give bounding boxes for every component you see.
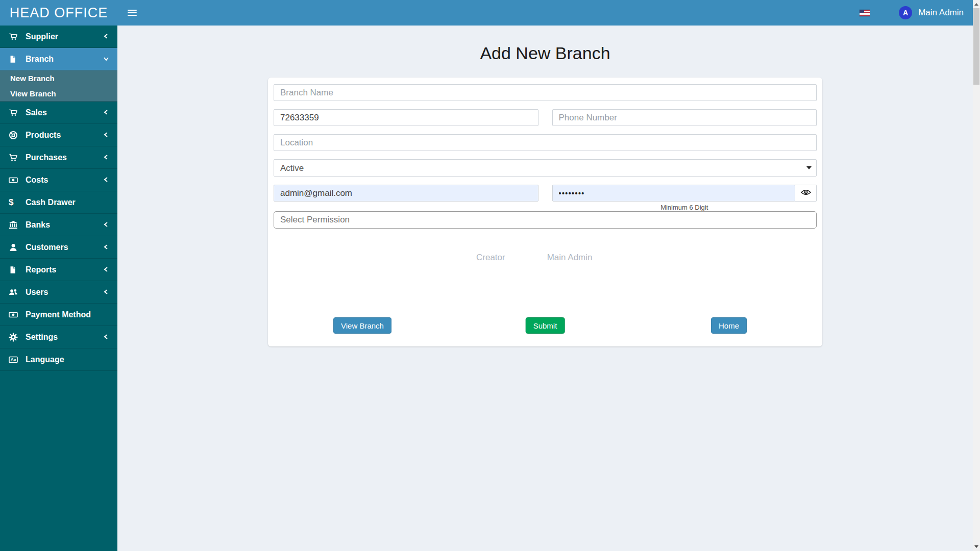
main-content: Add New Branch Active xyxy=(117,26,973,551)
language-icon: Aa xyxy=(9,355,21,364)
branch-code-input[interactable] xyxy=(274,109,538,126)
eye-icon xyxy=(801,189,811,198)
permission-select[interactable]: Select Permission xyxy=(274,211,817,229)
user-icon xyxy=(9,243,21,252)
sidebar-item-purchases[interactable]: Purchases xyxy=(0,146,117,169)
sidebar-item-sales[interactable]: Sales xyxy=(0,102,117,124)
subitem-label: New Branch xyxy=(10,74,55,83)
branch-submenu: New Branch View Branch xyxy=(0,70,117,102)
cart-icon xyxy=(9,108,21,117)
chevron-left-icon xyxy=(103,176,109,185)
toggle-password-button[interactable] xyxy=(795,185,817,202)
chevron-left-icon xyxy=(103,288,109,297)
view-branch-button[interactable]: View Branch xyxy=(333,317,391,334)
money-icon xyxy=(9,310,21,319)
status-select[interactable]: Active xyxy=(274,159,817,177)
chevron-left-icon xyxy=(103,108,109,117)
creator-value: Main Admin xyxy=(547,253,593,263)
sidebar-item-label: Branch xyxy=(26,55,103,64)
chevron-left-icon xyxy=(103,153,109,162)
sidebar-item-label: Sales xyxy=(26,108,103,117)
sidebar-item-label: Costs xyxy=(26,176,103,185)
chevron-left-icon xyxy=(103,333,109,342)
users-icon xyxy=(9,288,21,297)
sidebar-item-label: Payment Method xyxy=(26,310,109,319)
chevron-left-icon xyxy=(103,32,109,41)
chevron-left-icon xyxy=(103,131,109,140)
brand-title: HEAD OFFICE xyxy=(0,0,117,26)
us-flag-icon[interactable] xyxy=(860,10,870,16)
sidebar-item-cash-drawer[interactable]: $ Cash Drawer xyxy=(0,191,117,214)
password-input[interactable] xyxy=(552,185,796,202)
sidebar-item-branch[interactable]: Branch xyxy=(0,48,117,70)
page-title: Add New Branch xyxy=(117,43,973,63)
chevron-left-icon xyxy=(103,243,109,252)
email-input[interactable] xyxy=(274,185,538,202)
creator-row: Creator Main Admin xyxy=(274,253,817,263)
file-icon xyxy=(9,265,21,274)
sidebar-item-banks[interactable]: Banks xyxy=(0,214,117,236)
top-navbar: A Main Admin xyxy=(117,0,973,26)
sidebar-item-label: Customers xyxy=(26,243,103,252)
lifering-icon xyxy=(9,131,21,140)
sidebar-subitem-view-branch[interactable]: View Branch xyxy=(0,86,117,101)
dollar-icon: $ xyxy=(9,197,21,208)
home-button[interactable]: Home xyxy=(711,317,747,334)
sidebar-item-label: Banks xyxy=(26,220,103,230)
phone-number-input[interactable] xyxy=(552,109,817,126)
sidebar-subitem-new-branch[interactable]: New Branch xyxy=(0,70,117,86)
gear-icon xyxy=(9,333,21,342)
sidebar: HEAD OFFICE Supplier Branch New Branch V… xyxy=(0,0,117,551)
sidebar-item-payment-method[interactable]: Payment Method xyxy=(0,304,117,326)
sidebar-item-costs[interactable]: Costs xyxy=(0,169,117,191)
scroll-up-arrow-icon[interactable] xyxy=(974,3,978,6)
sidebar-item-label: Settings xyxy=(26,333,103,342)
scroll-down-arrow-icon[interactable] xyxy=(974,545,978,548)
sidebar-item-label: Users xyxy=(26,288,103,297)
sidebar-item-label: Products xyxy=(26,131,103,140)
chevron-left-icon xyxy=(103,265,109,274)
sidebar-item-products[interactable]: Products xyxy=(0,124,117,146)
money-icon xyxy=(9,176,21,185)
shopping-cart-icon xyxy=(9,153,21,162)
sidebar-item-users[interactable]: Users xyxy=(0,281,117,304)
submit-button[interactable]: Submit xyxy=(526,317,565,334)
add-branch-form-card: Active Minimum 6 Digit Selec xyxy=(268,78,822,346)
sidebar-menu: Supplier Branch New Branch View Branch S… xyxy=(0,26,117,371)
sidebar-item-settings[interactable]: Settings xyxy=(0,326,117,348)
sidebar-item-language[interactable]: Aa Language xyxy=(0,348,117,371)
creator-label: Creator xyxy=(476,253,505,263)
sidebar-item-label: Purchases xyxy=(26,153,103,162)
sidebar-item-label: Supplier xyxy=(26,32,103,41)
menu-icon[interactable] xyxy=(120,0,144,26)
sidebar-item-label: Language xyxy=(26,355,109,364)
sidebar-item-label: Cash Drawer xyxy=(26,198,109,207)
chevron-down-icon xyxy=(103,55,109,64)
branch-name-input[interactable] xyxy=(274,84,817,101)
bank-icon xyxy=(9,220,21,230)
location-input[interactable] xyxy=(274,134,817,151)
sidebar-item-label: Reports xyxy=(26,265,103,274)
file-icon xyxy=(9,55,21,64)
svg-text:a: a xyxy=(14,358,16,362)
sidebar-item-supplier[interactable]: Supplier xyxy=(0,26,117,48)
scrollbar-thumb[interactable] xyxy=(973,8,979,85)
chevron-left-icon xyxy=(103,220,109,230)
user-name[interactable]: Main Admin xyxy=(918,8,964,18)
avatar[interactable]: A xyxy=(899,6,912,19)
cart-icon xyxy=(9,32,21,41)
sidebar-item-reports[interactable]: Reports xyxy=(0,259,117,281)
password-hint: Minimum 6 Digit xyxy=(552,204,817,211)
subitem-label: View Branch xyxy=(10,89,56,98)
sidebar-item-customers[interactable]: Customers xyxy=(0,236,117,259)
vertical-scrollbar[interactable] xyxy=(973,0,980,551)
